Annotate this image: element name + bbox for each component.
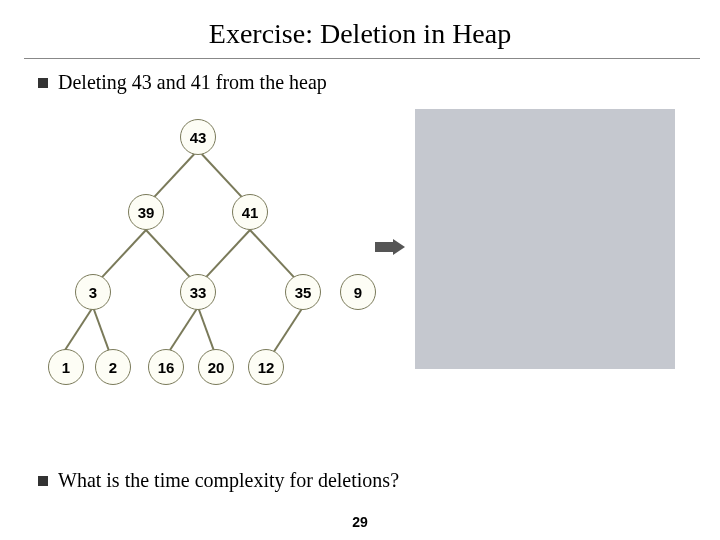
bullet-icon	[38, 476, 48, 486]
heap-node: 3	[75, 274, 111, 310]
bullet-2-text: What is the time complexity for deletion…	[58, 469, 399, 492]
slide-title: Exercise: Deletion in Heap	[0, 0, 720, 58]
heap-node: 41	[232, 194, 268, 230]
result-placeholder-box	[415, 109, 675, 369]
heap-node: 9	[340, 274, 376, 310]
heap-node: 12	[248, 349, 284, 385]
heap-node: 20	[198, 349, 234, 385]
heap-node: 2	[95, 349, 131, 385]
heap-node: 35	[285, 274, 321, 310]
heap-node: 16	[148, 349, 184, 385]
heap-diagram: 43 39 41 3 33 35 9 1 2 16 20 12	[0, 104, 720, 434]
heap-node-root: 43	[180, 119, 216, 155]
bullet-point-2: What is the time complexity for deletion…	[38, 469, 399, 492]
bullet-icon	[38, 78, 48, 88]
title-divider	[24, 58, 700, 59]
page-number: 29	[0, 514, 720, 530]
heap-node: 1	[48, 349, 84, 385]
tree-edge	[269, 306, 303, 357]
heap-node: 33	[180, 274, 216, 310]
bullet-point-1: Deleting 43 and 41 from the heap	[38, 71, 720, 94]
heap-node: 39	[128, 194, 164, 230]
bullet-1-text: Deleting 43 and 41 from the heap	[58, 71, 327, 94]
